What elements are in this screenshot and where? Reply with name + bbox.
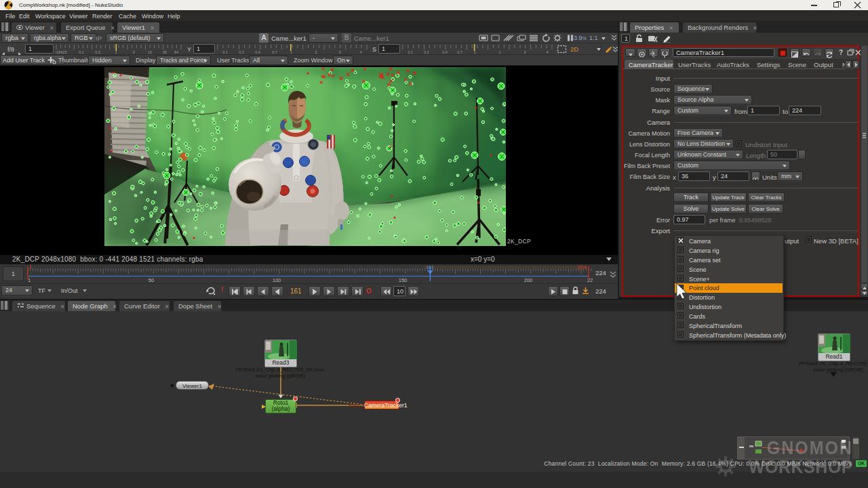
- svg-text:0.7: 0.7: [272, 50, 277, 54]
- svg-text:0.7: 0.7: [457, 50, 462, 54]
- svg-text:0.2: 0.2: [424, 50, 429, 54]
- svg-text:4: 4: [546, 50, 548, 54]
- svg-text:150: 150: [399, 277, 408, 283]
- svg-text:1: 1: [473, 50, 475, 54]
- svg-text:3: 3: [524, 50, 526, 54]
- svg-text:100: 100: [273, 277, 281, 283]
- svg-text:1: 1: [29, 264, 32, 270]
- svg-text:0.1: 0.1: [222, 50, 228, 54]
- svg-text:225: 225: [587, 277, 593, 283]
- svg-text:0.4: 0.4: [442, 50, 448, 54]
- svg-text:0.4: 0.4: [255, 50, 260, 54]
- svg-text:3: 3: [338, 50, 340, 54]
- svg-text:0.2: 0.2: [239, 50, 244, 54]
- svg-text:2: 2: [498, 50, 500, 54]
- svg-text:10: 10: [148, 50, 152, 54]
- svg-text:200: 200: [524, 277, 533, 283]
- svg-text:0.3: 0.3: [95, 50, 100, 54]
- svg-text:64: 64: [174, 50, 178, 54]
- svg-text:50: 50: [149, 277, 154, 283]
- svg-text:161: 161: [426, 265, 434, 270]
- svg-text:0.1: 0.1: [79, 50, 84, 54]
- svg-text:3: 3: [132, 50, 134, 54]
- svg-text:4: 4: [359, 50, 361, 54]
- svg-text:0.1: 0.1: [408, 50, 413, 54]
- svg-text:2: 2: [315, 50, 317, 54]
- svg-text:0.015625: 0.015625: [56, 50, 66, 54]
- svg-text:1: 1: [115, 50, 117, 54]
- svg-text:224: 224: [578, 264, 587, 270]
- svg-text:1: 1: [290, 50, 292, 54]
- svg-text:30: 30: [163, 50, 167, 54]
